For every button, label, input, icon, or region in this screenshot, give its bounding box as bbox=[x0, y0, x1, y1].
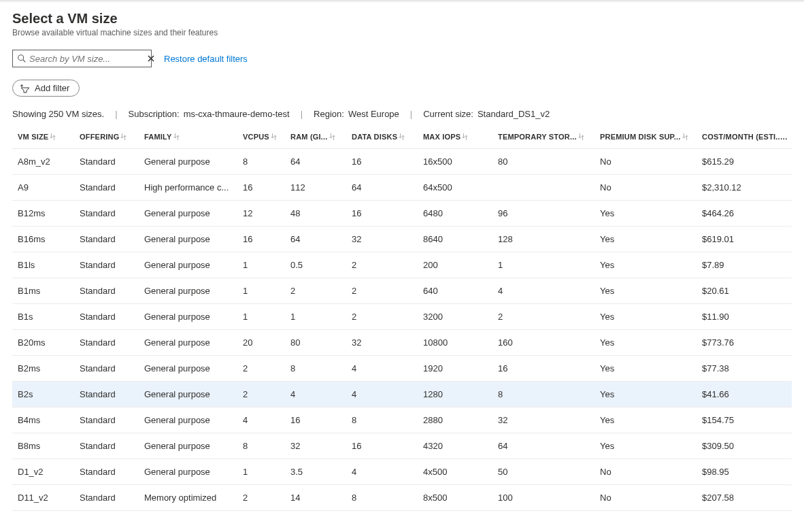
column-header[interactable]: COST/MONTH (ESTI... bbox=[699, 129, 792, 149]
table-row[interactable]: B2sStandardGeneral purpose24412808Yes$41… bbox=[12, 382, 792, 408]
table-row[interactable]: B1msStandardGeneral purpose1226404Yes$20… bbox=[12, 278, 792, 304]
table-row[interactable]: B1sStandardGeneral purpose11232002Yes$11… bbox=[12, 304, 792, 330]
cell-cost: $773.76 bbox=[699, 330, 792, 356]
cell-ram: 32 bbox=[288, 433, 349, 459]
cell-premium: Yes bbox=[597, 382, 699, 408]
cell-ram: 64 bbox=[288, 149, 349, 175]
cell-premium: Yes bbox=[597, 330, 699, 356]
column-header[interactable]: DATA DISKS bbox=[349, 129, 420, 149]
column-header-label: RAM (GI... bbox=[290, 133, 328, 141]
cell-vcpus: 16 bbox=[240, 227, 288, 252]
cell-vcpus: 1 bbox=[240, 278, 288, 304]
column-header-label: PREMIUM DISK SUP... bbox=[600, 133, 681, 141]
subscription-label: Subscription: bbox=[129, 109, 180, 119]
table-row[interactable]: B1lsStandardGeneral purpose10.522001Yes$… bbox=[12, 252, 792, 278]
table-header-row: VM SIZEOFFERINGFAMILYVCPUSRAM (GI...DATA… bbox=[12, 129, 792, 149]
sort-icon bbox=[329, 133, 335, 142]
cell-vmsize: B4ms bbox=[12, 408, 77, 433]
cell-disks: 16 bbox=[349, 201, 420, 227]
cell-disks: 16 bbox=[349, 149, 420, 175]
page-container: Select a VM size Browse available virtua… bbox=[0, 3, 804, 511]
cell-ram: 2 bbox=[288, 278, 349, 304]
cell-family: General purpose bbox=[141, 149, 240, 175]
column-header[interactable]: VM SIZE bbox=[12, 129, 77, 149]
cell-family: General purpose bbox=[141, 382, 240, 408]
cell-temp: 50 bbox=[495, 459, 597, 485]
cell-ram: 16 bbox=[288, 408, 349, 433]
cell-family: General purpose bbox=[141, 227, 240, 252]
cell-offering: Standard bbox=[77, 252, 141, 278]
cell-family: General purpose bbox=[141, 356, 240, 382]
search-box[interactable] bbox=[12, 50, 152, 67]
cell-cost: $464.26 bbox=[699, 201, 792, 227]
cell-temp: 128 bbox=[495, 227, 597, 252]
cell-family: General purpose bbox=[141, 304, 240, 330]
column-header[interactable]: VCPUS bbox=[240, 129, 288, 149]
cell-ram: 48 bbox=[288, 201, 349, 227]
table-row[interactable]: D11_v2StandardMemory optimized21488x5001… bbox=[12, 485, 792, 511]
cell-premium: Yes bbox=[597, 304, 699, 330]
clear-icon[interactable] bbox=[147, 54, 155, 63]
cell-iops: 6480 bbox=[420, 201, 495, 227]
cell-temp: 8 bbox=[495, 382, 597, 408]
cell-disks: 8 bbox=[349, 485, 420, 511]
cell-premium: No bbox=[597, 149, 699, 175]
table-row[interactable]: B8msStandardGeneral purpose83216432064Ye… bbox=[12, 433, 792, 459]
restore-filters-link[interactable]: Restore default filters bbox=[164, 54, 248, 64]
cell-offering: Standard bbox=[77, 356, 141, 382]
cell-vcpus: 8 bbox=[240, 149, 288, 175]
separator: | bbox=[403, 109, 419, 119]
cell-iops: 2880 bbox=[420, 408, 495, 433]
column-header-label: VCPUS bbox=[243, 133, 269, 141]
status-showing: Showing 250 VM sizes. bbox=[12, 109, 104, 119]
add-filter-button[interactable]: Add filter bbox=[12, 80, 80, 97]
table-row[interactable]: A8m_v2StandardGeneral purpose8641616x500… bbox=[12, 149, 792, 175]
column-header[interactable]: RAM (GI... bbox=[288, 129, 349, 149]
svg-point-0 bbox=[18, 55, 24, 61]
cell-temp: 80 bbox=[495, 149, 597, 175]
cell-temp bbox=[495, 175, 597, 201]
separator: | bbox=[108, 109, 124, 119]
cell-offering: Standard bbox=[77, 459, 141, 485]
page-subtitle: Browse available virtual machine sizes a… bbox=[12, 28, 792, 37]
cell-family: High performance c... bbox=[141, 175, 240, 201]
table-row[interactable]: B16msStandardGeneral purpose166432864012… bbox=[12, 227, 792, 252]
cell-temp: 4 bbox=[495, 278, 597, 304]
search-input[interactable] bbox=[27, 54, 147, 64]
cell-temp: 160 bbox=[495, 330, 597, 356]
region-value: West Europe bbox=[348, 109, 399, 119]
column-header-label: VM SIZE bbox=[18, 133, 48, 141]
cell-vcpus: 16 bbox=[240, 175, 288, 201]
cell-iops: 4x500 bbox=[420, 459, 495, 485]
separator: | bbox=[294, 109, 309, 119]
sort-icon bbox=[120, 133, 127, 142]
column-header[interactable]: FAMILY bbox=[141, 129, 240, 149]
controls-row: Restore default filters bbox=[12, 50, 792, 67]
cell-disks: 4 bbox=[349, 382, 420, 408]
table-row[interactable]: B2msStandardGeneral purpose284192016Yes$… bbox=[12, 356, 792, 382]
cell-vmsize: B1s bbox=[12, 304, 77, 330]
cell-premium: Yes bbox=[597, 201, 699, 227]
cell-offering: Standard bbox=[77, 433, 141, 459]
cell-offering: Standard bbox=[77, 304, 141, 330]
cell-offering: Standard bbox=[77, 201, 141, 227]
cell-cost: $2,310.12 bbox=[699, 175, 792, 201]
cell-premium: No bbox=[597, 485, 699, 511]
table-row[interactable]: B20msStandardGeneral purpose208032108001… bbox=[12, 330, 792, 356]
cell-vmsize: D11_v2 bbox=[12, 485, 77, 511]
svg-line-1 bbox=[23, 60, 26, 63]
cell-vcpus: 2 bbox=[240, 356, 288, 382]
vm-size-table: VM SIZEOFFERINGFAMILYVCPUSRAM (GI...DATA… bbox=[12, 129, 792, 511]
column-header[interactable]: OFFERING bbox=[77, 129, 141, 149]
table-row[interactable]: B4msStandardGeneral purpose4168288032Yes… bbox=[12, 408, 792, 433]
table-row[interactable]: A9StandardHigh performance c...161126464… bbox=[12, 175, 792, 201]
sort-icon bbox=[462, 133, 468, 142]
table-row[interactable]: D1_v2StandardGeneral purpose13.544x50050… bbox=[12, 459, 792, 485]
column-header[interactable]: TEMPORARY STOR... bbox=[495, 129, 597, 149]
table-row[interactable]: B12msStandardGeneral purpose124816648096… bbox=[12, 201, 792, 227]
cell-disks: 32 bbox=[349, 227, 420, 252]
cell-cost: $309.50 bbox=[699, 433, 792, 459]
cell-iops: 8x500 bbox=[420, 485, 495, 511]
column-header[interactable]: MAX IOPS bbox=[420, 129, 495, 149]
column-header[interactable]: PREMIUM DISK SUP... bbox=[597, 129, 699, 149]
